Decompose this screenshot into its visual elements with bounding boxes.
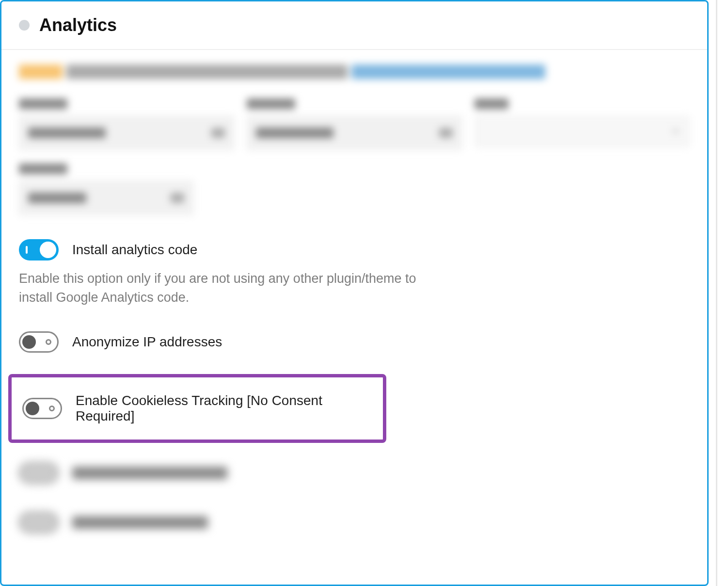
alert-text [66, 65, 348, 79]
text-input[interactable] [19, 116, 234, 150]
panel-body: Install analytics code Enable this optio… [1, 50, 707, 576]
form-field-3 [475, 98, 690, 150]
anonymize-ip-toggle[interactable] [19, 331, 59, 353]
install-analytics-label: Install analytics code [72, 242, 197, 258]
cookieless-highlight: Enable Cookieless Tracking [No Consent R… [8, 374, 386, 443]
text-input[interactable] [247, 116, 462, 150]
install-analytics-section: Install analytics code Enable this optio… [19, 239, 690, 307]
field-label [19, 163, 67, 174]
text-input[interactable] [19, 181, 193, 215]
field-label [475, 98, 508, 109]
cookieless-label: Enable Cookieless Tracking [No Consent R… [76, 393, 372, 424]
alert-link[interactable] [351, 65, 545, 79]
install-analytics-help: Enable this option only if you are not u… [19, 269, 431, 307]
blurred-label [72, 467, 227, 479]
toggle-ring-icon [46, 339, 51, 345]
select-input[interactable] [475, 116, 690, 147]
alert-badge [19, 65, 63, 79]
right-divider [716, 0, 717, 586]
anonymize-ip-label: Anonymize IP addresses [72, 334, 222, 350]
field-label [247, 98, 295, 109]
anonymize-ip-row: Anonymize IP addresses [19, 331, 690, 353]
toggle-knob [40, 242, 56, 258]
blurred-option-row [19, 462, 690, 484]
panel-title: Analytics [39, 15, 117, 35]
analytics-panel: Analytics [0, 0, 709, 586]
blurred-toggle[interactable] [19, 512, 59, 533]
blurred-label [72, 516, 208, 529]
blurred-toggle[interactable] [19, 462, 59, 484]
install-analytics-row: Install analytics code [19, 239, 690, 260]
form-field-4 [19, 163, 193, 215]
chevron-down-icon [671, 127, 681, 136]
form-field-1 [19, 98, 234, 150]
alert-banner [19, 65, 690, 79]
install-analytics-toggle[interactable] [19, 239, 59, 260]
toggle-tick-icon [26, 246, 28, 254]
toggle-knob [22, 335, 36, 349]
field-label [19, 98, 67, 109]
status-dot-icon [19, 20, 30, 31]
cookieless-toggle[interactable] [22, 398, 62, 419]
form-field-2 [247, 98, 462, 150]
toggle-knob [26, 402, 39, 415]
toggle-ring-icon [49, 406, 55, 411]
panel-header: Analytics [1, 1, 707, 50]
blurred-options [19, 462, 690, 533]
form-grid-row-1 [19, 98, 690, 150]
blurred-option-row [19, 512, 690, 533]
form-grid-row-2 [19, 163, 690, 215]
cookieless-row: Enable Cookieless Tracking [No Consent R… [22, 393, 372, 424]
